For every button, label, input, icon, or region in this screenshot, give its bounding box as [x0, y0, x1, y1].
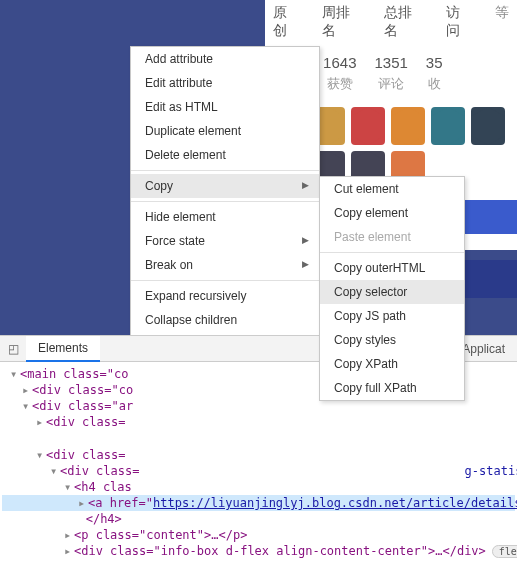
submenu-copy-js-path[interactable]: Copy JS path	[320, 304, 464, 328]
submenu-paste-element: Paste element	[320, 225, 464, 249]
stat-label: 收	[428, 75, 441, 93]
badge-icon[interactable]	[431, 107, 465, 145]
stat-label: 获赞	[327, 75, 353, 93]
stat-value: 1643	[323, 54, 356, 71]
separator	[320, 252, 464, 253]
nav-tab[interactable]: 总排名	[384, 4, 424, 40]
expand-icon[interactable]: ▾	[50, 463, 60, 479]
dom-node[interactable]: </h4>	[2, 511, 515, 527]
dom-node[interactable]: enter">…</div>flex	[2, 430, 515, 447]
badge-icon[interactable]	[471, 107, 505, 145]
menu-force-state[interactable]: Force state▶	[131, 229, 319, 253]
inspect-icon[interactable]: ◰	[0, 342, 26, 356]
stat: 1643获赞	[323, 54, 356, 95]
expand-icon[interactable]: ▸	[36, 414, 46, 430]
menu-duplicate-element[interactable]: Duplicate element	[131, 119, 319, 143]
expand-icon[interactable]: ▾	[10, 366, 20, 382]
dom-node[interactable]: ▸<div class= "displ	[2, 414, 515, 430]
submenu-copy-element[interactable]: Copy element	[320, 201, 464, 225]
chevron-right-icon: ▶	[302, 180, 309, 190]
stat-value: 35	[426, 54, 443, 71]
submenu-copy-styles[interactable]: Copy styles	[320, 328, 464, 352]
menu-expand-recursively[interactable]: Expand recursively	[131, 284, 319, 308]
submenu-copy-xpath[interactable]: Copy XPath	[320, 352, 464, 376]
submenu-copy-outerhtml[interactable]: Copy outerHTML	[320, 256, 464, 280]
menu-add-attribute[interactable]: Add attribute	[131, 47, 319, 71]
dom-text: <div class="info-box d-flex align-conten…	[74, 544, 486, 558]
dom-node[interactable]: ▸<div class="info-box d-flex align-conte…	[2, 543, 515, 560]
separator	[131, 280, 319, 281]
copy-submenu: Cut element Copy element Paste element C…	[319, 176, 465, 401]
menu-delete-element[interactable]: Delete element	[131, 143, 319, 167]
stat-value: 1351	[374, 54, 407, 71]
menu-break-on[interactable]: Break on▶	[131, 253, 319, 277]
separator	[131, 170, 319, 171]
dom-text: </h4>	[86, 512, 122, 526]
menu-copy[interactable]: Copy▶	[131, 174, 319, 198]
dom-text: <div class=	[60, 464, 139, 478]
expand-icon[interactable]: ▸	[64, 543, 74, 559]
menu-edit-attribute[interactable]: Edit attribute	[131, 71, 319, 95]
submenu-copy-selector[interactable]: Copy selector	[320, 280, 464, 304]
stat: 35收	[426, 54, 443, 95]
dom-url[interactable]: https://liyuanjinglyj.blog.csdn.net/arti…	[153, 496, 517, 510]
dom-node[interactable]: ▾<h4 clas	[2, 479, 515, 495]
dom-text: <h4 clas	[74, 480, 132, 494]
nav-row: 原创 周排名 总排名 访问 等	[265, 0, 517, 40]
dom-node[interactable]: ▾<div class= g-statistics" data-articlei…	[2, 463, 515, 479]
dom-node[interactable]: ▾<div class=	[2, 447, 515, 463]
nav-tab[interactable]: 访问	[446, 4, 473, 40]
submenu-copy-full-xpath[interactable]: Copy full XPath	[320, 376, 464, 400]
dom-node-selected[interactable]: ▸<a href="https://liyuanjinglyj.blog.csd…	[2, 495, 515, 511]
badge-icon[interactable]	[391, 107, 425, 145]
expand-icon[interactable]: ▾	[22, 398, 32, 414]
expand-icon[interactable]: ▸	[22, 382, 32, 398]
menu-copy-label: Copy	[145, 179, 173, 193]
menu-break-label: Break on	[145, 258, 193, 272]
dom-text: g-statistics" data-articleid=	[465, 464, 517, 478]
tab-elements[interactable]: Elements	[26, 336, 100, 362]
dom-text: <div class="co	[32, 383, 133, 397]
flex-pill[interactable]: flex	[492, 545, 517, 558]
chevron-right-icon: ▶	[302, 259, 309, 269]
stat: 1351评论	[374, 54, 407, 95]
menu-edit-as-html[interactable]: Edit as HTML	[131, 95, 319, 119]
expand-icon[interactable]: ▸	[64, 527, 74, 543]
stat-label: 评论	[378, 75, 404, 93]
submenu-cut-element[interactable]: Cut element	[320, 177, 464, 201]
menu-force-label: Force state	[145, 234, 205, 248]
expand-icon[interactable]: ▾	[36, 447, 46, 463]
dom-text: <div class=	[46, 415, 125, 429]
menu-collapse-children[interactable]: Collapse children	[131, 308, 319, 332]
separator	[131, 201, 319, 202]
chevron-right-icon: ▶	[302, 235, 309, 245]
nav-tab[interactable]: 等	[495, 4, 509, 40]
dom-text: <a href="	[88, 496, 153, 510]
dom-text: <p class="content">…</p>	[74, 528, 247, 542]
dom-text: <main class="co	[20, 367, 128, 381]
menu-hide-element[interactable]: Hide element	[131, 205, 319, 229]
dom-text: <div class=	[46, 448, 125, 462]
dom-text: <div class="ar	[32, 399, 133, 413]
nav-tab[interactable]: 周排名	[322, 4, 362, 40]
expand-icon[interactable]: ▾	[64, 479, 74, 495]
expand-icon[interactable]: ▸	[78, 495, 88, 511]
dom-node[interactable]: ▸<p class="content">…</p>	[2, 527, 515, 543]
badge-icon[interactable]	[351, 107, 385, 145]
nav-tab[interactable]: 原创	[273, 4, 300, 40]
